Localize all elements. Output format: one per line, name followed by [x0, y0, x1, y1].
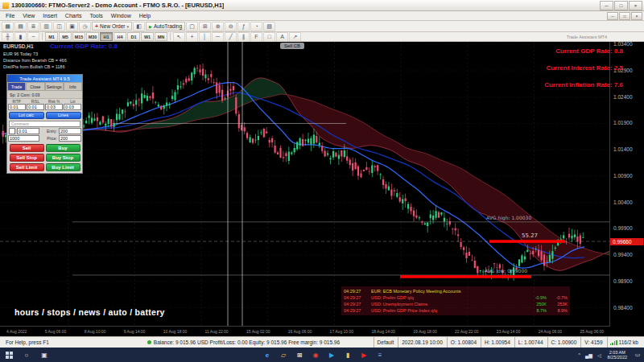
close-chart-button[interactable]: ×: [631, 12, 642, 20]
market-watch-icon[interactable]: ≣: [27, 22, 39, 31]
menu-insert[interactable]: Insert: [39, 13, 61, 19]
rtp-input[interactable]: [8, 104, 26, 110]
risk-input[interactable]: [45, 104, 63, 110]
sell-button[interactable]: Sell: [10, 144, 44, 152]
task-view-button[interactable]: ▣: [35, 348, 53, 362]
menu-file[interactable]: File: [2, 13, 19, 19]
candlestick-chart-icon[interactable]: ▮: [14, 32, 27, 42]
templates-icon[interactable]: ▨: [263, 22, 275, 31]
buy-button[interactable]: Buy: [46, 144, 80, 152]
tile-windows-icon[interactable]: ⊞: [199, 22, 211, 31]
taskbar-clock[interactable]: 2:03 AM 8/25/2022: [604, 350, 631, 360]
chrome-icon[interactable]: ◉: [308, 348, 324, 362]
timeframe-m30[interactable]: M30: [86, 32, 99, 41]
file-explorer-icon[interactable]: ▱: [275, 348, 291, 362]
maximize-button[interactable]: □: [614, 1, 628, 10]
fullscreen-icon[interactable]: ▢: [186, 22, 198, 31]
new-order-button[interactable]: + New Order ▾: [92, 22, 132, 31]
time-axis[interactable]: 4 Aug 20225 Aug 06:008 Aug 10:009 Aug 14…: [0, 326, 610, 336]
menu-charts[interactable]: Charts: [61, 13, 86, 19]
lot-calc-button[interactable]: Lot calc: [9, 112, 44, 119]
lot-input[interactable]: [64, 104, 81, 110]
arrow-tool-icon[interactable]: ↗: [289, 32, 301, 42]
sl-input[interactable]: [17, 128, 39, 134]
panel-tab-close[interactable]: Close: [26, 82, 44, 91]
support-zone[interactable]: [400, 275, 531, 278]
new-chart-icon[interactable]: ▦: [2, 22, 14, 31]
trendline-icon[interactable]: ╱: [225, 32, 237, 42]
sl-checkbox[interactable]: [9, 128, 15, 134]
zoom-out-icon[interactable]: ⊖: [225, 22, 237, 31]
line-chart-icon[interactable]: ~: [27, 32, 39, 42]
notification-center-button[interactable]: ▭: [631, 348, 644, 362]
tray-expand-icon[interactable]: ^: [576, 352, 583, 357]
text-label-icon[interactable]: A: [276, 32, 288, 42]
bar-chart-icon[interactable]: ╫: [2, 32, 14, 42]
timeframe-h1[interactable]: H1: [100, 32, 113, 41]
minimize-button[interactable]: ─: [600, 1, 613, 10]
timeframe-h4[interactable]: H4: [114, 32, 126, 41]
menu-help[interactable]: Help: [135, 13, 155, 19]
minimize-chart-button[interactable]: ─: [607, 12, 618, 20]
timeframe-w1[interactable]: W1: [141, 32, 154, 41]
buy-stop-button[interactable]: Buy Stop: [46, 154, 80, 162]
menu-window[interactable]: Window: [107, 13, 135, 19]
menu-tools[interactable]: Tools: [85, 13, 106, 19]
timeframe-m5[interactable]: M5: [59, 32, 72, 41]
metatrader-icon[interactable]: ▮: [340, 348, 356, 362]
crosshair-icon[interactable]: +: [186, 32, 198, 42]
edge-icon[interactable]: e: [259, 348, 275, 362]
timeframe-m1[interactable]: M1: [45, 32, 58, 41]
fibonacci-icon[interactable]: F: [250, 32, 262, 42]
volume-icon[interactable]: ◁: [595, 352, 604, 358]
panel-tab-trade[interactable]: Trade: [7, 82, 26, 91]
metaeditor-icon[interactable]: ◧: [133, 22, 145, 31]
periods-icon[interactable]: ◔: [250, 22, 262, 31]
microsoft-store-icon[interactable]: ⊞: [291, 348, 308, 362]
shapes-icon[interactable]: □: [263, 32, 275, 42]
start-button[interactable]: [0, 348, 18, 362]
timeframe-m15[interactable]: M15: [72, 32, 85, 41]
title-bar[interactable]: 1300300660: FTMO-Server2 - Demo Account …: [0, 0, 644, 11]
terminal-icon[interactable]: ▣: [66, 22, 78, 31]
resistance-zone[interactable]: [489, 240, 565, 243]
vertical-line-icon[interactable]: │: [199, 32, 211, 42]
search-button[interactable]: ○: [18, 348, 35, 362]
panel-tab-settings[interactable]: Settings: [45, 82, 64, 91]
close-button[interactable]: ×: [629, 1, 642, 10]
price-input[interactable]: [59, 135, 81, 142]
strategy-tester-icon[interactable]: ◷: [79, 22, 91, 31]
buy-limit-button[interactable]: Buy Limit: [46, 163, 80, 171]
sell-stop-button[interactable]: Sell Stop: [10, 154, 44, 162]
horizontal-line-icon[interactable]: ─: [212, 32, 224, 42]
network-icon[interactable]: ▄▆: [583, 352, 595, 358]
rsl-input[interactable]: [27, 104, 44, 110]
notes-icon[interactable]: ≡: [372, 348, 388, 362]
data-window-icon[interactable]: ▥: [40, 22, 52, 31]
timeframe-mn[interactable]: MN: [155, 32, 167, 41]
navigator-icon[interactable]: ◫: [53, 22, 65, 31]
amount-input[interactable]: [8, 135, 39, 142]
equidistant-channel-icon[interactable]: ∥: [237, 32, 250, 42]
sell-limit-button[interactable]: Sell Limit: [10, 163, 44, 171]
indicators-icon[interactable]: ƒ: [237, 22, 250, 31]
telegram-icon[interactable]: ▶: [324, 348, 340, 362]
signal-badge[interactable]: Sell CB: [280, 43, 304, 49]
macro-notes: Current GDP Rate: 0.8Current Interest Ra…: [544, 43, 623, 93]
entry-input[interactable]: [59, 128, 81, 134]
youtube-icon[interactable]: ▶: [356, 348, 372, 362]
comment-input[interactable]: [9, 121, 80, 127]
timeframe-d1[interactable]: D1: [127, 32, 140, 41]
lines-button[interactable]: Lines: [46, 112, 81, 119]
panel-tab-info[interactable]: Info: [64, 82, 82, 91]
panel-title[interactable]: Trade Assistant MT4 9.5: [7, 75, 82, 82]
autotrading-button[interactable]: ▶ AutoTrading: [146, 22, 185, 31]
cursor-icon[interactable]: ↖: [173, 32, 185, 42]
zoom-in-icon[interactable]: ⊕: [212, 22, 224, 31]
indicator-readout: EUR 96 Today 73Distance from Bearish CB …: [3, 51, 67, 70]
connection-status[interactable]: 116/2 kb: [607, 337, 642, 348]
menu-view[interactable]: View: [19, 13, 39, 19]
gdp-note-left: Current GDP Rate: 0.8: [50, 43, 118, 50]
profiles-icon[interactable]: ▤: [14, 22, 27, 31]
maximize-chart-button[interactable]: □: [619, 12, 630, 20]
